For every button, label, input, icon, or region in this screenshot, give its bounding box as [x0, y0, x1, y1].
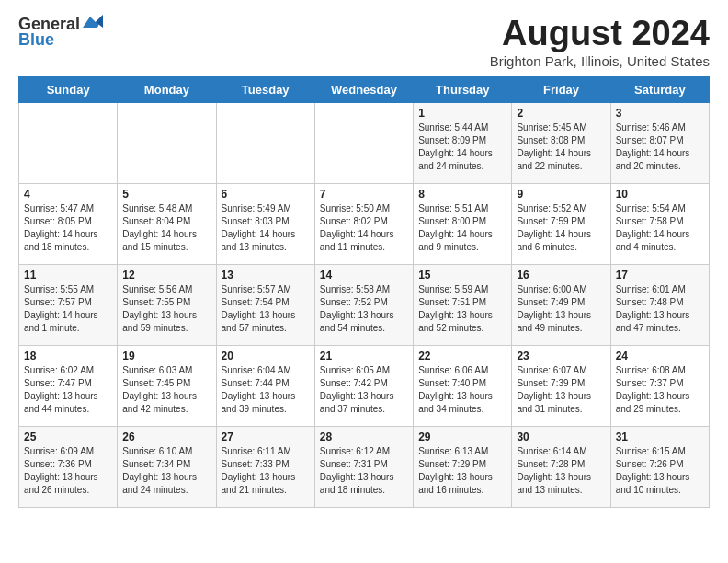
- day-number: 28: [320, 431, 408, 443]
- weekday-header-thursday: Thursday: [414, 76, 512, 102]
- day-number: 16: [517, 269, 605, 282]
- day-number: 24: [616, 350, 704, 362]
- day-detail: Sunrise: 6:04 AM Sunset: 7:44 PM Dayligh…: [222, 364, 310, 416]
- calendar-day-cell: 14Sunrise: 5:58 AM Sunset: 7:52 PM Dayli…: [314, 264, 413, 345]
- day-number: 30: [517, 431, 605, 443]
- day-detail: Sunrise: 5:56 AM Sunset: 7:55 PM Dayligh…: [122, 283, 210, 335]
- calendar-day-cell: 10Sunrise: 5:54 AM Sunset: 7:58 PM Dayli…: [610, 183, 709, 264]
- calendar-day-cell: 5Sunrise: 5:48 AM Sunset: 8:04 PM Daylig…: [118, 183, 216, 264]
- calendar-day-cell: 26Sunrise: 6:10 AM Sunset: 7:34 PM Dayli…: [118, 426, 216, 507]
- empty-day-cell: [314, 102, 413, 183]
- weekday-header-monday: Monday: [118, 76, 216, 102]
- logo: General Blue: [18, 15, 103, 50]
- calendar-day-cell: 17Sunrise: 6:01 AM Sunset: 7:48 PM Dayli…: [610, 264, 709, 345]
- day-number: 19: [122, 350, 210, 362]
- day-detail: Sunrise: 6:08 AM Sunset: 7:37 PM Dayligh…: [616, 364, 704, 416]
- day-detail: Sunrise: 5:44 AM Sunset: 8:09 PM Dayligh…: [418, 121, 506, 173]
- day-detail: Sunrise: 5:57 AM Sunset: 7:54 PM Dayligh…: [222, 283, 310, 335]
- calendar-week-row: 1Sunrise: 5:44 AM Sunset: 8:09 PM Daylig…: [19, 102, 710, 183]
- logo-bird-icon: [83, 15, 103, 31]
- weekday-header-tuesday: Tuesday: [216, 76, 314, 102]
- day-number: 18: [24, 350, 112, 362]
- day-detail: Sunrise: 6:13 AM Sunset: 7:29 PM Dayligh…: [418, 445, 506, 497]
- day-number: 27: [222, 431, 310, 443]
- page-title: August 2024: [490, 15, 710, 53]
- day-number: 14: [320, 269, 408, 282]
- day-number: 12: [122, 269, 210, 282]
- day-detail: Sunrise: 6:10 AM Sunset: 7:34 PM Dayligh…: [122, 445, 210, 497]
- empty-day-cell: [118, 102, 216, 183]
- day-detail: Sunrise: 5:46 AM Sunset: 8:07 PM Dayligh…: [616, 121, 704, 173]
- day-detail: Sunrise: 6:05 AM Sunset: 7:42 PM Dayligh…: [320, 364, 408, 416]
- day-detail: Sunrise: 5:59 AM Sunset: 7:51 PM Dayligh…: [418, 283, 506, 335]
- calendar-day-cell: 24Sunrise: 6:08 AM Sunset: 7:37 PM Dayli…: [610, 345, 709, 426]
- day-number: 22: [418, 350, 506, 362]
- day-number: 17: [616, 269, 704, 282]
- day-detail: Sunrise: 6:00 AM Sunset: 7:49 PM Dayligh…: [517, 283, 605, 335]
- day-number: 25: [24, 431, 112, 443]
- day-number: 20: [222, 350, 310, 362]
- calendar-day-cell: 31Sunrise: 6:15 AM Sunset: 7:26 PM Dayli…: [610, 426, 709, 507]
- day-detail: Sunrise: 5:52 AM Sunset: 7:59 PM Dayligh…: [517, 202, 605, 254]
- day-number: 23: [517, 350, 605, 362]
- day-number: 26: [122, 431, 210, 443]
- day-detail: Sunrise: 6:09 AM Sunset: 7:36 PM Dayligh…: [24, 445, 112, 497]
- day-detail: Sunrise: 5:48 AM Sunset: 8:04 PM Dayligh…: [122, 202, 210, 254]
- day-detail: Sunrise: 5:50 AM Sunset: 8:02 PM Dayligh…: [320, 202, 408, 254]
- calendar-day-cell: 13Sunrise: 5:57 AM Sunset: 7:54 PM Dayli…: [216, 264, 314, 345]
- empty-day-cell: [19, 102, 118, 183]
- calendar-day-cell: 2Sunrise: 5:45 AM Sunset: 8:08 PM Daylig…: [512, 102, 610, 183]
- weekday-header-sunday: Sunday: [19, 76, 118, 102]
- calendar-day-cell: 6Sunrise: 5:49 AM Sunset: 8:03 PM Daylig…: [216, 183, 314, 264]
- day-detail: Sunrise: 5:54 AM Sunset: 7:58 PM Dayligh…: [616, 202, 704, 254]
- day-number: 2: [517, 107, 605, 120]
- calendar-day-cell: 16Sunrise: 6:00 AM Sunset: 7:49 PM Dayli…: [512, 264, 610, 345]
- day-number: 4: [24, 188, 112, 201]
- day-number: 8: [418, 188, 506, 201]
- calendar-week-row: 25Sunrise: 6:09 AM Sunset: 7:36 PM Dayli…: [19, 426, 710, 507]
- day-detail: Sunrise: 6:11 AM Sunset: 7:33 PM Dayligh…: [222, 445, 310, 497]
- calendar-day-cell: 15Sunrise: 5:59 AM Sunset: 7:51 PM Dayli…: [414, 264, 512, 345]
- calendar-day-cell: 8Sunrise: 5:51 AM Sunset: 8:00 PM Daylig…: [414, 183, 512, 264]
- day-number: 29: [418, 431, 506, 443]
- day-detail: Sunrise: 5:49 AM Sunset: 8:03 PM Dayligh…: [222, 202, 310, 254]
- weekday-header-friday: Friday: [512, 76, 610, 102]
- day-detail: Sunrise: 6:15 AM Sunset: 7:26 PM Dayligh…: [616, 445, 704, 497]
- calendar-day-cell: 1Sunrise: 5:44 AM Sunset: 8:09 PM Daylig…: [414, 102, 512, 183]
- day-number: 7: [320, 188, 408, 201]
- weekday-header-saturday: Saturday: [610, 76, 709, 102]
- day-number: 5: [122, 188, 210, 201]
- calendar-day-cell: 7Sunrise: 5:50 AM Sunset: 8:02 PM Daylig…: [314, 183, 413, 264]
- day-number: 21: [320, 350, 408, 362]
- calendar-day-cell: 18Sunrise: 6:02 AM Sunset: 7:47 PM Dayli…: [19, 345, 118, 426]
- day-detail: Sunrise: 6:07 AM Sunset: 7:39 PM Dayligh…: [517, 364, 605, 416]
- day-number: 1: [418, 107, 506, 120]
- page-subtitle: Brighton Park, Illinois, United States: [490, 53, 710, 69]
- calendar-day-cell: 12Sunrise: 5:56 AM Sunset: 7:55 PM Dayli…: [118, 264, 216, 345]
- day-detail: Sunrise: 5:55 AM Sunset: 7:57 PM Dayligh…: [24, 283, 112, 335]
- calendar-day-cell: 21Sunrise: 6:05 AM Sunset: 7:42 PM Dayli…: [314, 345, 413, 426]
- day-number: 10: [616, 188, 704, 201]
- calendar-day-cell: 30Sunrise: 6:14 AM Sunset: 7:28 PM Dayli…: [512, 426, 610, 507]
- calendar-day-cell: 29Sunrise: 6:13 AM Sunset: 7:29 PM Dayli…: [414, 426, 512, 507]
- day-detail: Sunrise: 6:06 AM Sunset: 7:40 PM Dayligh…: [418, 364, 506, 416]
- calendar-day-cell: 19Sunrise: 6:03 AM Sunset: 7:45 PM Dayli…: [118, 345, 216, 426]
- day-number: 6: [222, 188, 310, 201]
- weekday-header-row: SundayMondayTuesdayWednesdayThursdayFrid…: [19, 76, 710, 102]
- page-header: General Blue August 2024 Brighton Park, …: [18, 15, 710, 69]
- day-number: 3: [616, 107, 704, 120]
- day-number: 31: [616, 431, 704, 443]
- calendar-day-cell: 22Sunrise: 6:06 AM Sunset: 7:40 PM Dayli…: [414, 345, 512, 426]
- logo-blue-text: Blue: [18, 30, 54, 50]
- calendar-week-row: 11Sunrise: 5:55 AM Sunset: 7:57 PM Dayli…: [19, 264, 710, 345]
- day-number: 11: [24, 269, 112, 282]
- day-detail: Sunrise: 5:47 AM Sunset: 8:05 PM Dayligh…: [24, 202, 112, 254]
- calendar-day-cell: 11Sunrise: 5:55 AM Sunset: 7:57 PM Dayli…: [19, 264, 118, 345]
- calendar-day-cell: 23Sunrise: 6:07 AM Sunset: 7:39 PM Dayli…: [512, 345, 610, 426]
- day-detail: Sunrise: 5:58 AM Sunset: 7:52 PM Dayligh…: [320, 283, 408, 335]
- day-detail: Sunrise: 6:14 AM Sunset: 7:28 PM Dayligh…: [517, 445, 605, 497]
- day-detail: Sunrise: 6:03 AM Sunset: 7:45 PM Dayligh…: [122, 364, 210, 416]
- calendar-week-row: 18Sunrise: 6:02 AM Sunset: 7:47 PM Dayli…: [19, 345, 710, 426]
- day-number: 13: [222, 269, 310, 282]
- calendar-table: SundayMondayTuesdayWednesdayThursdayFrid…: [18, 76, 710, 508]
